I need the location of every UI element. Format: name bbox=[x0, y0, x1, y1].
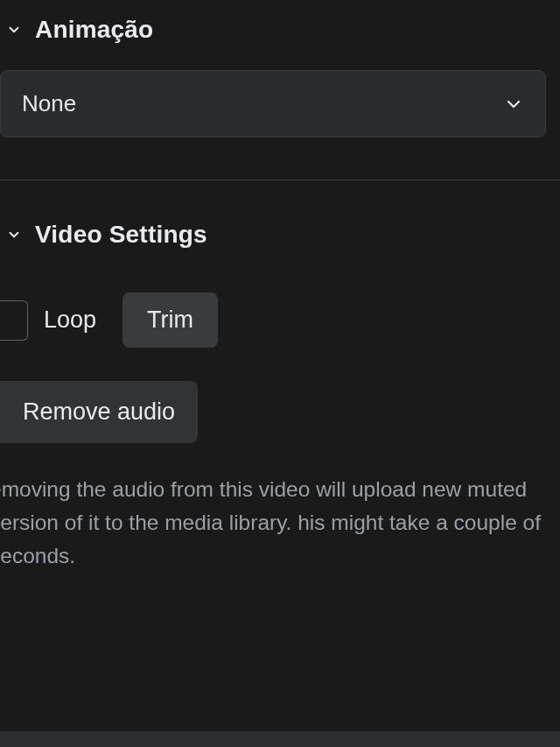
animation-section-header[interactable]: Animação bbox=[0, 0, 560, 60]
video-settings-section-header[interactable]: Video Settings bbox=[0, 205, 560, 264]
remove-audio-button[interactable]: Remove audio bbox=[0, 381, 198, 443]
chevron-down-icon bbox=[503, 94, 524, 115]
bottom-bar bbox=[0, 731, 560, 747]
loop-checkbox[interactable] bbox=[0, 300, 28, 341]
animation-dropdown-value: None bbox=[22, 90, 76, 117]
trim-button[interactable]: Trim bbox=[122, 292, 218, 348]
chevron-down-icon bbox=[5, 226, 23, 243]
animation-title: Animação bbox=[35, 16, 153, 44]
loop-label[interactable]: Loop bbox=[44, 307, 96, 334]
remove-audio-help-text: emoving the audio from this video will u… bbox=[0, 473, 560, 573]
chevron-down-icon bbox=[5, 21, 23, 39]
animation-dropdown[interactable]: None bbox=[0, 70, 546, 137]
video-settings-title: Video Settings bbox=[35, 221, 207, 249]
section-divider bbox=[0, 180, 560, 180]
